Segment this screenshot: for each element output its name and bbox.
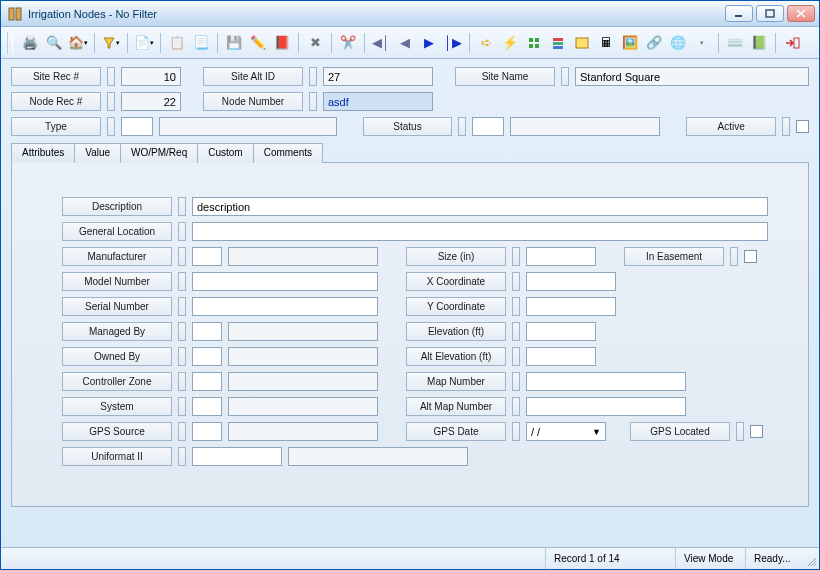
last-icon[interactable]: │▶ (442, 32, 464, 54)
book-icon[interactable]: 📕 (271, 32, 293, 54)
uniformat-label: Uniformat II (62, 447, 172, 466)
size-field[interactable] (526, 247, 596, 266)
notch[interactable] (782, 117, 790, 136)
notch[interactable] (178, 197, 186, 216)
close-button[interactable] (787, 5, 815, 22)
tabstrip: Attributes Value WO/PM/Req Custom Commen… (11, 143, 809, 163)
manufacturer-desc-field[interactable] (228, 247, 378, 266)
exit-icon[interactable] (781, 32, 803, 54)
site-alt-id-field[interactable]: 27 (323, 67, 433, 86)
grid-icon[interactable] (523, 32, 545, 54)
prev-icon[interactable]: ◀ (394, 32, 416, 54)
managed-by-code-field[interactable] (192, 322, 222, 341)
tab-value[interactable]: Value (74, 143, 121, 163)
tree-icon[interactable] (547, 32, 569, 54)
home-icon[interactable]: 🏠▾ (67, 32, 89, 54)
cut-icon[interactable]: ✂️ (337, 32, 359, 54)
uniformat-code-field[interactable] (192, 447, 282, 466)
system-desc-field[interactable] (228, 397, 378, 416)
next-icon[interactable]: ▶ (418, 32, 440, 54)
keyboard-icon[interactable]: ⌨️ (724, 32, 746, 54)
notch[interactable] (178, 222, 186, 241)
status-label: Status (363, 117, 453, 136)
in-easement-checkbox[interactable] (744, 250, 757, 263)
tab-attributes[interactable]: Attributes (11, 143, 75, 163)
map-number-field[interactable] (526, 372, 686, 391)
status-code-field[interactable] (472, 117, 504, 136)
pic-icon[interactable]: 🖼️ (619, 32, 641, 54)
svg-rect-6 (529, 38, 533, 42)
gps-located-checkbox[interactable] (750, 425, 763, 438)
elevation-label: Elevation (ft) (406, 322, 506, 341)
notch[interactable] (561, 67, 569, 86)
controller-zone-desc-field[interactable] (228, 372, 378, 391)
system-code-field[interactable] (192, 397, 222, 416)
form-icon[interactable]: 📋 (166, 32, 188, 54)
arrow-right-icon[interactable]: ➪ (475, 32, 497, 54)
tab-comments[interactable]: Comments (253, 143, 323, 163)
minimize-button[interactable] (725, 5, 753, 22)
svg-rect-1 (16, 8, 21, 20)
save-icon[interactable]: 💾 (223, 32, 245, 54)
delete-icon[interactable]: ✖ (304, 32, 326, 54)
globe-icon[interactable]: 🌐 (667, 32, 689, 54)
size-label: Size (in) (406, 247, 506, 266)
calc-icon[interactable]: 🖩 (595, 32, 617, 54)
chain-icon[interactable]: 🔗 (643, 32, 665, 54)
type-desc-field[interactable] (159, 117, 337, 136)
book2-icon[interactable]: 📗 (748, 32, 770, 54)
model-number-field[interactable] (192, 272, 378, 291)
find-icon[interactable]: 🔍 (43, 32, 65, 54)
document-icon[interactable]: 📄▾ (133, 32, 155, 54)
resize-grip-icon[interactable] (801, 548, 819, 569)
managed-by-label: Managed By (62, 322, 172, 341)
alt-map-number-field[interactable] (526, 397, 686, 416)
notch[interactable] (309, 67, 317, 86)
uniformat-desc-field[interactable] (288, 447, 468, 466)
serial-number-field[interactable] (192, 297, 378, 316)
elevation-field[interactable] (526, 322, 596, 341)
form2-icon[interactable]: 📃 (190, 32, 212, 54)
y-coord-field[interactable] (526, 297, 616, 316)
site-name-field[interactable]: Stanford Square (575, 67, 809, 86)
node-rec-field[interactable]: 22 (121, 92, 181, 111)
description-label: Description (62, 197, 172, 216)
window-icon[interactable] (571, 32, 593, 54)
tab-custom[interactable]: Custom (197, 143, 253, 163)
notch[interactable] (458, 117, 466, 136)
owned-by-code-field[interactable] (192, 347, 222, 366)
print-icon[interactable]: 🖨️ (19, 32, 41, 54)
globe-drop-icon[interactable]: ▾ (691, 32, 713, 54)
controller-zone-code-field[interactable] (192, 372, 222, 391)
gps-located-label: GPS Located (630, 422, 730, 441)
notch[interactable] (309, 92, 317, 111)
map-number-label: Map Number (406, 372, 506, 391)
svg-rect-3 (766, 10, 774, 17)
description-field[interactable]: description (192, 197, 768, 216)
tab-wopm[interactable]: WO/PM/Req (120, 143, 198, 163)
notch[interactable] (107, 92, 115, 111)
site-rec-field[interactable]: 10 (121, 67, 181, 86)
maximize-button[interactable] (756, 5, 784, 22)
node-number-field[interactable]: asdf (323, 92, 433, 111)
active-checkbox[interactable] (796, 120, 809, 133)
bolt-icon[interactable]: ⚡ (499, 32, 521, 54)
managed-by-desc-field[interactable] (228, 322, 378, 341)
funnel-icon[interactable]: ▾ (100, 32, 122, 54)
dropdown-icon[interactable]: ▼ (592, 427, 601, 437)
notch[interactable] (107, 67, 115, 86)
gps-date-field[interactable]: / / ▼ (526, 422, 606, 441)
toolbar: 🖨️ 🔍 🏠▾ ▾ 📄▾ 📋 📃 💾 ✏️ 📕 ✖ ✂️ ◀│ ◀ ▶ │▶ ➪… (1, 27, 819, 59)
status-desc-field[interactable] (510, 117, 660, 136)
type-code-field[interactable] (121, 117, 153, 136)
gps-source-desc-field[interactable] (228, 422, 378, 441)
first-icon[interactable]: ◀│ (370, 32, 392, 54)
manufacturer-code-field[interactable] (192, 247, 222, 266)
owned-by-desc-field[interactable] (228, 347, 378, 366)
notch[interactable] (107, 117, 115, 136)
general-location-field[interactable] (192, 222, 768, 241)
edit-icon[interactable]: ✏️ (247, 32, 269, 54)
alt-elevation-field[interactable] (526, 347, 596, 366)
gps-source-code-field[interactable] (192, 422, 222, 441)
x-coord-field[interactable] (526, 272, 616, 291)
